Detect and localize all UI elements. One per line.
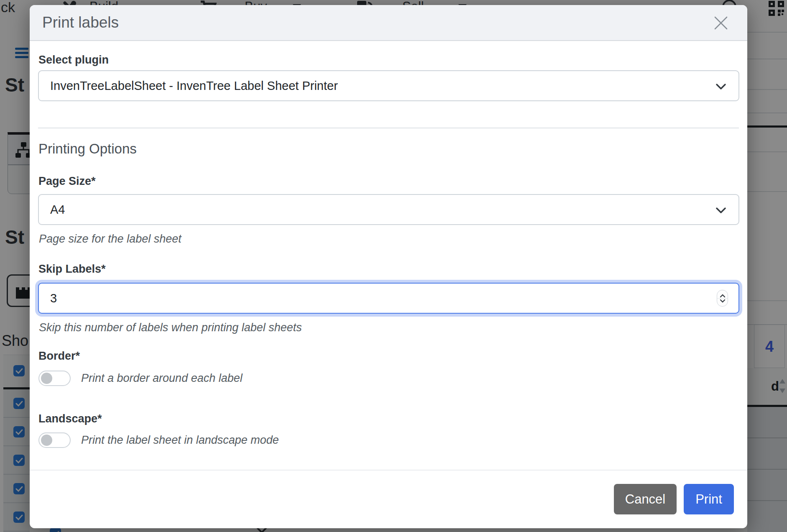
toggle-knob bbox=[41, 373, 52, 384]
plugin-select-value: InvenTreeLabelSheet - InvenTree Label Sh… bbox=[50, 79, 338, 93]
stepper-down-icon[interactable] bbox=[720, 299, 726, 303]
print-button[interactable]: Print bbox=[684, 484, 734, 514]
border-field: Print a border around each label bbox=[38, 371, 243, 386]
stepper-up-icon[interactable] bbox=[720, 294, 726, 298]
printing-options-heading: Printing Options bbox=[38, 141, 137, 157]
chevron-down-icon bbox=[715, 205, 726, 216]
page-size-select[interactable]: A4 bbox=[38, 194, 739, 225]
border-toggle[interactable] bbox=[38, 371, 71, 386]
page-size-help: Page size for the label sheet bbox=[39, 233, 181, 246]
landscape-help: Print the label sheet in landscape mode bbox=[81, 434, 279, 447]
modal-header: Print labels bbox=[30, 5, 747, 41]
skip-labels-field bbox=[38, 283, 739, 314]
plugin-label: Select plugin bbox=[38, 54, 109, 66]
border-label: Border* bbox=[38, 350, 80, 363]
page-size-select-value: A4 bbox=[50, 203, 65, 217]
number-stepper[interactable] bbox=[717, 290, 728, 307]
landscape-label: Landscape* bbox=[38, 412, 102, 425]
page-size-label: Page Size* bbox=[38, 175, 96, 188]
toggle-knob bbox=[41, 435, 52, 446]
modal-title: Print labels bbox=[42, 5, 119, 40]
skip-labels-input[interactable] bbox=[38, 283, 739, 314]
skip-labels-label: Skip Labels* bbox=[38, 263, 106, 276]
landscape-toggle[interactable] bbox=[38, 432, 71, 448]
screen: ck Build Buy Sell bbox=[0, 0, 787, 532]
plugin-select[interactable]: InvenTreeLabelSheet - InvenTree Label Sh… bbox=[38, 70, 739, 101]
close-button[interactable] bbox=[713, 15, 729, 31]
chevron-down-icon bbox=[715, 81, 726, 92]
footer-divider bbox=[30, 470, 747, 471]
close-icon bbox=[713, 15, 729, 31]
section-divider bbox=[38, 128, 739, 128]
skip-labels-help: Skip this number of labels when printing… bbox=[39, 321, 302, 334]
cancel-button[interactable]: Cancel bbox=[614, 484, 677, 514]
print-labels-modal: Print labels Select plugin InvenTreeLabe… bbox=[30, 5, 747, 528]
border-help: Print a border around each label bbox=[81, 372, 243, 385]
landscape-field: Print the label sheet in landscape mode bbox=[38, 432, 279, 448]
stepper-divider bbox=[717, 298, 728, 299]
